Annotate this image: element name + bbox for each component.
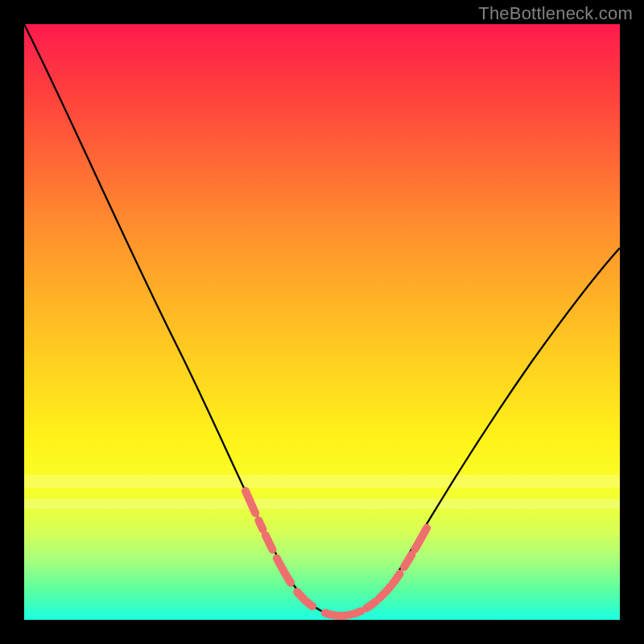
- plot-area: [24, 24, 620, 620]
- bottleneck-curve: [24, 24, 620, 616]
- chart-stage: TheBottleneck.com: [0, 0, 644, 644]
- curve-layer: [24, 24, 620, 620]
- highlight-right: [342, 506, 439, 616]
- watermark-text: TheBottleneck.com: [478, 3, 633, 24]
- highlight-left: [246, 491, 342, 616]
